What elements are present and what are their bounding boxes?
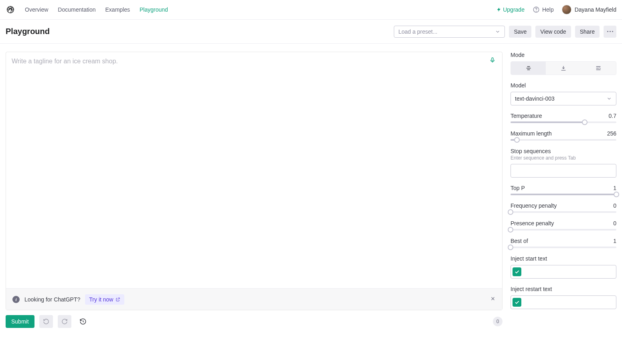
- nav-overview[interactable]: Overview: [25, 6, 48, 13]
- top-p-value: 1: [613, 185, 616, 191]
- view-code-button[interactable]: View code: [535, 26, 571, 38]
- stop-sequences-input[interactable]: [511, 164, 616, 178]
- page-header: Playground Load a preset... Save View co…: [0, 20, 622, 44]
- lightning-icon: [496, 7, 501, 12]
- info-icon: i: [12, 296, 20, 303]
- mode-toggle-group: [511, 61, 616, 75]
- help-circle-icon: [533, 6, 540, 13]
- temperature-value: 0.7: [609, 113, 616, 119]
- best-of-slider[interactable]: [511, 247, 616, 248]
- chevron-down-icon: [495, 29, 500, 34]
- preset-placeholder: Load a preset...: [398, 28, 437, 35]
- inject-restart-row: Inject restart text: [511, 286, 616, 309]
- freq-label: Frequency penalty: [511, 202, 557, 209]
- best-of-row: Best of 1: [511, 238, 616, 248]
- mode-insert-button[interactable]: [546, 62, 581, 75]
- svg-rect-3: [492, 58, 493, 61]
- model-label: Model: [511, 82, 616, 89]
- presence-penalty-row: Presence penalty 0: [511, 220, 616, 231]
- save-button[interactable]: Save: [509, 26, 531, 38]
- preset-select[interactable]: Load a preset...: [394, 26, 505, 38]
- external-link-icon: [115, 297, 120, 302]
- banner-text: Looking for ChatGPT?: [24, 296, 80, 303]
- banner-close-button[interactable]: [490, 296, 496, 303]
- more-dots-icon: [607, 31, 613, 32]
- pres-value: 0: [613, 220, 616, 226]
- top-p-label: Top P: [511, 185, 525, 191]
- nav-examples[interactable]: Examples: [105, 6, 130, 13]
- help-link[interactable]: Help: [533, 6, 554, 13]
- prompt-input[interactable]: [6, 52, 502, 288]
- max-length-row: Maximum length 256: [511, 130, 616, 141]
- pres-label: Presence penalty: [511, 220, 554, 226]
- top-nav-right: Upgrade Help Dayana Mayfield: [496, 5, 616, 14]
- inject-restart-checkbox[interactable]: [513, 298, 521, 307]
- try-it-now-link[interactable]: Try it now: [85, 294, 124, 305]
- freq-value: 0: [613, 202, 616, 209]
- top-nav-left: Overview Documentation Examples Playgrou…: [6, 5, 168, 14]
- frequency-slider[interactable]: [511, 211, 616, 213]
- settings-sidebar: Mode Model text-davinci-003: [511, 52, 616, 328]
- max-length-slider[interactable]: [511, 139, 616, 141]
- temperature-label: Temperature: [511, 113, 542, 119]
- history-button[interactable]: [76, 315, 90, 328]
- editor-box: i Looking for ChatGPT? Try it now: [6, 52, 502, 310]
- max-length-value: 256: [607, 130, 616, 137]
- inject-start-label: Inject start text: [511, 255, 616, 262]
- text-lines-icon: [525, 65, 532, 71]
- temperature-row: Temperature 0.7: [511, 113, 616, 123]
- model-value: text-davinci-003: [515, 95, 555, 102]
- editor-footer: Submit 0: [6, 315, 502, 328]
- refresh-icon: [61, 318, 68, 325]
- undo-button[interactable]: [39, 315, 53, 328]
- chatgpt-banner: i Looking for ChatGPT? Try it now: [6, 288, 502, 310]
- history-icon: [79, 318, 87, 325]
- main: i Looking for ChatGPT? Try it now Submit: [0, 44, 622, 332]
- share-button[interactable]: Share: [575, 26, 600, 38]
- user-name: Dayana Mayfield: [575, 6, 616, 13]
- best-label: Best of: [511, 238, 528, 244]
- page-title: Playground: [6, 27, 50, 36]
- nav-documentation[interactable]: Documentation: [58, 6, 95, 13]
- undo-icon: [43, 318, 49, 325]
- frequency-penalty-row: Frequency penalty 0: [511, 202, 616, 213]
- user-menu[interactable]: Dayana Mayfield: [562, 5, 616, 14]
- svg-point-2: [536, 11, 537, 11]
- editor-column: i Looking for ChatGPT? Try it now Submit: [6, 52, 502, 328]
- insert-icon: [560, 65, 567, 71]
- upgrade-link[interactable]: Upgrade: [496, 6, 525, 13]
- top-p-slider[interactable]: [511, 194, 616, 195]
- stop-label: Stop sequences: [511, 148, 616, 154]
- edit-lines-icon: [595, 65, 602, 71]
- top-p-row: Top P 1: [511, 185, 616, 195]
- header-actions: Load a preset... Save View code Share: [394, 26, 616, 38]
- inject-start-row: Inject start text: [511, 255, 616, 279]
- inject-restart-input[interactable]: [524, 297, 614, 307]
- mode-label: Mode: [511, 52, 616, 58]
- token-counter: 0: [493, 317, 502, 326]
- stop-sequences-row: Stop sequences Enter sequence and press …: [511, 148, 616, 178]
- regenerate-button[interactable]: [58, 315, 71, 328]
- avatar: [562, 5, 571, 14]
- top-nav: Overview Documentation Examples Playgrou…: [0, 0, 622, 20]
- check-icon: [514, 299, 520, 305]
- check-icon: [514, 269, 520, 275]
- stop-hint: Enter sequence and press Tab: [511, 155, 616, 161]
- openai-logo-icon[interactable]: [6, 5, 15, 14]
- submit-button[interactable]: Submit: [6, 315, 34, 328]
- mode-edit-button[interactable]: [581, 62, 616, 75]
- mode-complete-button[interactable]: [511, 62, 546, 75]
- max-length-label: Maximum length: [511, 130, 552, 137]
- mic-icon[interactable]: [489, 57, 496, 65]
- chevron-down-icon: [606, 96, 612, 101]
- inject-start-checkbox[interactable]: [513, 267, 521, 276]
- temperature-slider[interactable]: [511, 121, 616, 123]
- nav-playground[interactable]: Playground: [140, 6, 168, 13]
- presence-slider[interactable]: [511, 229, 616, 231]
- inject-start-input[interactable]: [524, 267, 614, 277]
- best-value: 1: [613, 238, 616, 244]
- inject-restart-label: Inject restart text: [511, 286, 616, 292]
- model-select[interactable]: text-davinci-003: [511, 92, 616, 105]
- more-button[interactable]: [604, 26, 616, 38]
